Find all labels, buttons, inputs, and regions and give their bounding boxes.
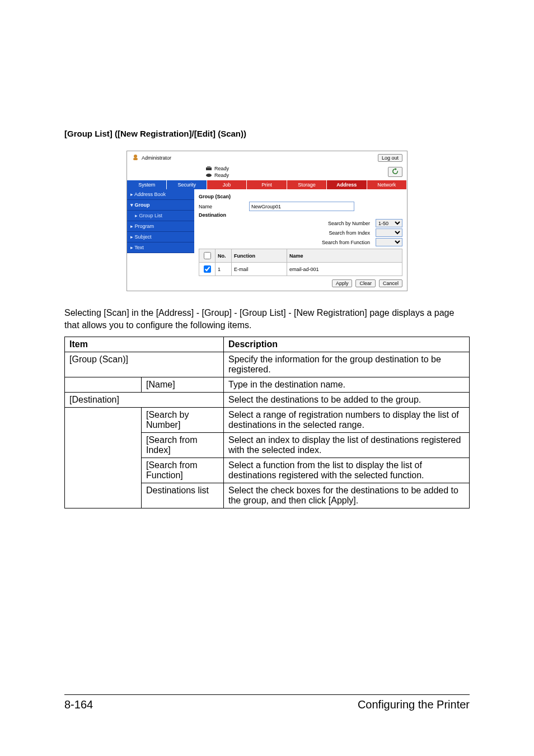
clear-button[interactable]: Clear: [355, 279, 376, 287]
table-row: 1 E-mail email-ad-001: [199, 263, 402, 276]
cell-desc: Select an index to display the list of d…: [224, 433, 470, 458]
row-name: email-ad-001: [287, 263, 402, 276]
logout-button[interactable]: Log out: [378, 154, 402, 162]
cell-desc: Type in the destination name.: [224, 377, 470, 393]
section-heading: [Group List] ([New Registration]/[Edit] …: [64, 129, 470, 138]
sidebar-item-program[interactable]: ▸ Program: [127, 221, 194, 232]
cell-subitem: Destinations list: [142, 483, 224, 508]
tab-job[interactable]: Job: [207, 180, 247, 189]
th-checkbox: [199, 249, 216, 263]
search-index-select[interactable]: [376, 228, 402, 237]
row-function: E-mail: [232, 263, 287, 276]
cell-desc: Select the destinations to be added to t…: [224, 393, 470, 408]
sidebar: ▸ Address Book ▾ Group ▸ Group List ▸ Pr…: [127, 189, 194, 291]
sidebar-item-text[interactable]: ▸ Text: [127, 242, 194, 253]
apply-button[interactable]: Apply: [332, 279, 353, 287]
admin-label: Administrator: [142, 155, 171, 161]
page-number: 8-164: [64, 698, 93, 711]
cell-desc: Select a range of registration numbers t…: [224, 408, 470, 433]
status-text-1: Ready: [214, 166, 229, 171]
cell-item: [Destination]: [65, 393, 224, 408]
name-label: Name: [199, 204, 249, 209]
sidebar-item-group[interactable]: ▾ Group: [127, 200, 194, 211]
description-table: Item Description [Group (Scan)] Specify …: [64, 337, 470, 508]
app-window: Administrator Log out Ready Ready: [127, 151, 407, 291]
svg-point-4: [206, 174, 212, 177]
tab-storage[interactable]: Storage: [287, 180, 327, 189]
destination-label: Destination: [199, 212, 249, 218]
screenshot-wrap: Administrator Log out Ready Ready: [64, 151, 470, 291]
app-header: Administrator Log out: [127, 151, 407, 165]
search-number-label: Search by Number: [328, 221, 370, 226]
tab-print[interactable]: Print: [247, 180, 287, 189]
cell-subitem: [Search from Index]: [142, 433, 224, 458]
cell-subitem: [Name]: [142, 377, 224, 393]
admin-icon: [132, 153, 139, 162]
content-panel: Group (Scan) Name Destination Search by …: [194, 189, 407, 291]
search-number-select[interactable]: 1-50: [376, 219, 402, 227]
cell-desc: Select the check boxes for the destinati…: [224, 483, 470, 508]
sidebar-item-subject[interactable]: ▸ Subject: [127, 232, 194, 242]
tab-network[interactable]: Network: [367, 180, 407, 189]
cell-item: [Group (Scan)]: [65, 352, 224, 377]
svg-rect-3: [207, 166, 210, 168]
tab-address[interactable]: Address: [327, 180, 367, 189]
svg-point-0: [134, 155, 137, 158]
main-tabs: System Security Job Print Storage Addres…: [127, 180, 407, 189]
tab-system[interactable]: System: [127, 180, 167, 189]
th-name: Name: [287, 249, 402, 263]
tab-security[interactable]: Security: [167, 180, 207, 189]
name-input[interactable]: [249, 202, 354, 211]
cell-desc: Specify the information for the group de…: [224, 352, 470, 377]
sidebar-item-group-list[interactable]: ▸ Group List: [127, 211, 194, 221]
search-function-label: Search from Function: [322, 240, 370, 245]
refresh-button[interactable]: [388, 167, 402, 177]
search-index-label: Search from Index: [329, 230, 370, 236]
cell-item: [65, 377, 142, 393]
cell-item: [65, 408, 142, 508]
th-item: Item: [65, 337, 224, 352]
status-toner: Ready: [205, 172, 229, 178]
row-checkbox[interactable]: [204, 265, 211, 273]
group-scan-title: Group (Scan): [199, 194, 402, 199]
cell-subitem: [Search by Number]: [142, 408, 224, 433]
cell-desc: Select a function from the list to displ…: [224, 458, 470, 483]
select-all-checkbox[interactable]: [204, 252, 211, 259]
th-no: No.: [216, 249, 232, 263]
search-function-select[interactable]: [376, 238, 402, 246]
status-row: Ready Ready: [127, 165, 407, 180]
footer-title: Configuring the Printer: [358, 698, 470, 711]
page-footer: 8-164 Configuring the Printer: [64, 694, 470, 711]
svg-rect-1: [133, 158, 138, 160]
status-printer: Ready: [205, 166, 229, 171]
cell-subitem: [Search from Function]: [142, 458, 224, 483]
row-no: 1: [216, 263, 232, 276]
sidebar-item-address-book[interactable]: ▸ Address Book: [127, 189, 194, 200]
cancel-button[interactable]: Cancel: [379, 279, 402, 287]
th-function: Function: [232, 249, 287, 263]
status-text-2: Ready: [214, 172, 229, 178]
destinations-table: No. Function Name 1 E-mail email-ad-001: [199, 249, 402, 276]
th-description: Description: [224, 337, 470, 352]
intro-paragraph: Selecting [Scan] in the [Address] - [Gro…: [64, 307, 470, 331]
